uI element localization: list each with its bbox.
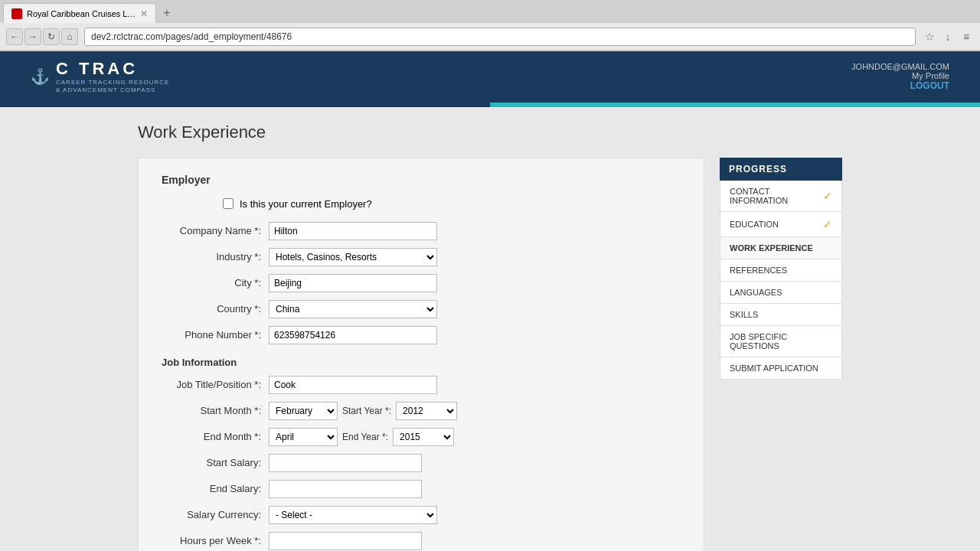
current-employer-checkbox[interactable] (223, 198, 234, 209)
check-icon-contact: ✓ (823, 190, 832, 202)
nav-bar: ← → ↻ ⌂ dev2.rclctrac.com/pages/add_empl… (0, 23, 980, 51)
salary-currency-row: Salary Currency: - Select - USD EUR CNY … (162, 506, 681, 524)
start-month-label: Start Month *: (162, 405, 269, 416)
salary-currency-select[interactable]: - Select - USD EUR CNY GBP (269, 506, 437, 524)
progress-header: PROGRESS (720, 158, 842, 181)
progress-label-languages: LANGUAGES (730, 288, 782, 297)
my-profile-link[interactable]: My Profile (851, 71, 949, 80)
nav-buttons: ← → ↻ ⌂ (6, 28, 78, 45)
phone-row: Phone Number *: (162, 326, 681, 344)
country-row: Country *: China United States United Ki… (162, 300, 681, 318)
bookmarks-icon[interactable]: ☆ (922, 29, 937, 44)
end-month-label: End Month *: (162, 431, 269, 442)
end-month-select[interactable]: January February March April May June Ju… (269, 428, 338, 446)
job-title-input[interactable] (269, 376, 437, 394)
progress-label-job-specific: JOB SPECIFIC QUESTIONS (730, 332, 832, 350)
page-wrapper: ⚓ C TRAC CAREER TRACKING RESOURCE & ADVA… (0, 51, 980, 551)
progress-item-contact[interactable]: CONTACT INFORMATION ✓ (720, 181, 842, 212)
salary-currency-label: Salary Currency: (162, 509, 269, 520)
phone-label: Phone Number *: (162, 329, 269, 341)
industry-row: Industry *: Hotels, Casinos, Resorts Tec… (162, 248, 681, 266)
start-year-select[interactable]: 2008 2009 2010 2011 2012 2013 2014 2015 (396, 402, 457, 420)
progress-label-contact: CONTACT INFORMATION (730, 187, 823, 205)
hours-per-week-row: Hours per Week *: (162, 532, 681, 550)
tab-favicon (11, 8, 22, 19)
progress-item-skills[interactable]: SKILLS (720, 304, 842, 326)
tab-title: Royal Caribbean Cruises LT... (27, 9, 136, 18)
logo-sub-line2: & ADVANCEMENT COMPASS (56, 86, 169, 94)
start-month-select[interactable]: January February March April May June Ju… (269, 402, 338, 420)
start-year-sublabel: Start Year *: (342, 406, 391, 416)
address-text: dev2.rclctrac.com/pages/add_employment/4… (91, 31, 909, 42)
end-year-select[interactable]: 2008 2009 2010 2011 2012 2013 2014 2015 (393, 428, 454, 446)
progress-item-references[interactable]: REFERENCES (720, 259, 842, 282)
end-date-row: End Month *: January February March Apri… (162, 428, 681, 446)
end-salary-row: End Salary: (162, 480, 681, 498)
city-label: City *: (162, 277, 269, 289)
site-header: ⚓ C TRAC CAREER TRACKING RESOURCE & ADVA… (0, 51, 980, 103)
tab-close-button[interactable]: ✕ (140, 8, 148, 19)
form-panel: Employer Is this your current Employer? … (138, 158, 704, 551)
progress-item-languages[interactable]: LANGUAGES (720, 282, 842, 304)
job-title-label: Job Title/Position *: (162, 379, 269, 390)
company-name-row: Company Name *: (162, 222, 681, 240)
logo-area: ⚓ C TRAC CAREER TRACKING RESOURCE & ADVA… (31, 59, 169, 95)
back-button[interactable]: ← (6, 28, 23, 45)
reload-button[interactable]: ↻ (43, 28, 60, 45)
progress-item-submit[interactable]: SUBMIT APPLICATION (720, 357, 842, 380)
settings-icon[interactable]: ≡ (959, 29, 974, 44)
country-label: Country *: (162, 303, 269, 315)
nav-right: ☆ ↓ ≡ (922, 29, 974, 44)
tab-bar: Royal Caribbean Cruises LT... ✕ + (0, 0, 980, 23)
start-date-group: January February March April May June Ju… (269, 402, 457, 420)
content-layout: Employer Is this your current Employer? … (138, 158, 842, 551)
browser-tab[interactable]: Royal Caribbean Cruises LT... ✕ (3, 3, 156, 23)
address-bar[interactable]: dev2.rclctrac.com/pages/add_employment/4… (84, 28, 916, 46)
progress-label-education: EDUCATION (730, 220, 779, 229)
hours-per-week-input[interactable] (269, 532, 422, 550)
industry-select[interactable]: Hotels, Casinos, Resorts Technology Fina… (269, 248, 437, 266)
user-email: JOHNDOE@GMAIL.COM (851, 62, 949, 71)
employer-section-title: Employer (162, 174, 681, 186)
logo-sub-line1: CAREER TRACKING RESOURCE (56, 79, 169, 86)
progress-item-education[interactable]: EDUCATION ✓ (720, 212, 842, 237)
main-container: Work Experience Employer Is this your cu… (122, 122, 858, 551)
anchor-icon: ⚓ (31, 67, 50, 86)
hours-per-week-label: Hours per Week *: (162, 535, 269, 546)
check-icon-education: ✓ (823, 218, 832, 230)
city-input[interactable] (269, 274, 437, 292)
start-date-row: Start Month *: January February March Ap… (162, 402, 681, 420)
progress-label-skills: SKILLS (730, 310, 758, 319)
job-info-section-title: Job Information (162, 357, 681, 368)
start-salary-input[interactable] (269, 454, 422, 472)
industry-label: Industry *: (162, 251, 269, 262)
home-button[interactable]: ⌂ (61, 28, 78, 45)
start-salary-label: Start Salary: (162, 457, 269, 468)
forward-button[interactable]: → (24, 28, 41, 45)
progress-item-work-experience[interactable]: WORK EXPERIENCE (720, 237, 842, 259)
progress-panel: PROGRESS CONTACT INFORMATION ✓ EDUCATION… (720, 158, 842, 380)
download-icon[interactable]: ↓ (940, 29, 956, 44)
logout-button[interactable]: LOGOUT (851, 80, 949, 91)
start-salary-row: Start Salary: (162, 454, 681, 472)
progress-label-submit: SUBMIT APPLICATION (730, 364, 818, 373)
phone-input[interactable] (269, 326, 437, 344)
browser-chrome: Royal Caribbean Cruises LT... ✕ + ← → ↻ … (0, 0, 980, 51)
current-employer-row: Is this your current Employer? (223, 198, 681, 210)
content-area: Work Experience Employer Is this your cu… (0, 107, 980, 551)
new-tab-button[interactable]: + (159, 5, 175, 21)
end-date-group: January February March April May June Ju… (269, 428, 454, 446)
logo-text: C TRAC CAREER TRACKING RESOURCE & ADVANC… (56, 59, 169, 95)
page-title: Work Experience (138, 122, 842, 142)
country-select[interactable]: China United States United Kingdom (269, 300, 437, 318)
progress-label-references: REFERENCES (730, 266, 787, 275)
end-salary-label: End Salary: (162, 483, 269, 494)
end-salary-input[interactable] (269, 480, 422, 498)
company-name-input[interactable] (269, 222, 437, 240)
current-employer-label: Is this your current Employer? (240, 198, 372, 210)
progress-item-job-specific[interactable]: JOB SPECIFIC QUESTIONS (720, 326, 842, 357)
progress-label-work-experience: WORK EXPERIENCE (730, 243, 813, 253)
logo-main-text: C TRAC (56, 59, 169, 79)
city-row: City *: (162, 274, 681, 292)
user-area: JOHNDOE@GMAIL.COM My Profile LOGOUT (851, 62, 949, 91)
